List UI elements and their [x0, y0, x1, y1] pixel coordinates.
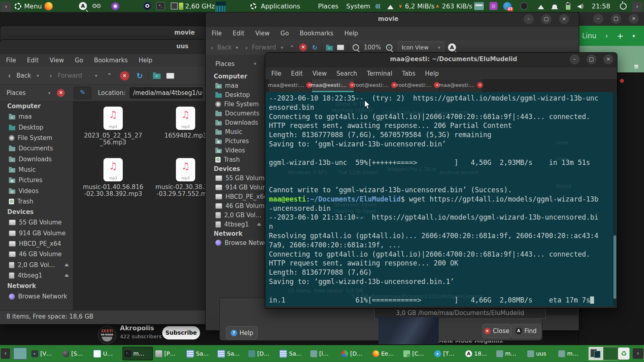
close-button[interactable]: × Close	[483, 324, 511, 338]
stop-button[interactable]: ×	[299, 43, 307, 51]
menu-item-edit[interactable]: Edit	[27, 57, 39, 64]
applications-logo-icon[interactable]	[250, 3, 256, 9]
taskbar-window-button-active[interactable]: >_m…	[122, 347, 153, 360]
tray-app-icon[interactable]	[520, 2, 528, 10]
sidebar-item-hbcd-pe-x64[interactable]: HBCD_PE_x64	[0, 239, 73, 249]
view-mode-select[interactable]: Icon View ▾	[398, 41, 444, 53]
find-button[interactable]: A Find	[511, 324, 541, 338]
sidebar-item-914-gb-volume[interactable]: 914 GB Volume	[206, 183, 265, 192]
sidebar-item-55-gb-volume[interactable]: 55 GB Volume	[206, 173, 265, 183]
zoom-out-icon[interactable]: –	[353, 44, 359, 51]
sidebar-item-documents[interactable]: Documents	[206, 109, 265, 118]
terminal-scrollbar[interactable]	[613, 92, 617, 306]
terminal-screen[interactable]: --2023-06-10 18:22:35-- (try: 2) https:/…	[266, 92, 613, 306]
taskbar-window-button[interactable]: uus	[525, 347, 556, 360]
browser-close-button[interactable]: ×	[629, 14, 639, 24]
sidebar-item-pictures[interactable]: ▣Pictures	[0, 175, 73, 185]
sidebar-item-downloads[interactable]: ↓Downloads	[0, 154, 73, 164]
taskbar-collapse-icon[interactable]: ‹	[1, 348, 10, 359]
reload-button[interactable]: ↻	[312, 44, 317, 51]
sidebar-item-2-0-gb-vol-[interactable]: 2,0 GB Vol…⏏	[206, 210, 265, 220]
channel-avatar[interactable]: EESTI 90-NDAD	[98, 326, 116, 344]
cpu-frequency[interactable]: 2,60 GHz	[185, 0, 215, 12]
sidebar-item-file-system[interactable]: File System	[0, 133, 73, 143]
back-button[interactable]: Back	[17, 72, 31, 79]
menu-item-tabs[interactable]: Tabs	[402, 70, 415, 77]
menu-item-bookmarks[interactable]: Bookmarks	[300, 30, 334, 37]
forward-button[interactable]: Forward	[252, 44, 276, 51]
tab-close-icon[interactable]: ×	[477, 82, 483, 88]
maximize-button[interactable]: ▢	[541, 14, 551, 24]
minimize-button[interactable]: –	[524, 14, 534, 24]
terminal-titlebar[interactable]: maa@eesti: ~/Documents/EluMudelid – ▢ ×	[265, 53, 617, 67]
firefox-launcher-icon[interactable]	[44, 2, 53, 10]
sidebar-item-4tbseg1[interactable]: 4tbseg1⏏	[0, 270, 73, 281]
places-dropdown-icon[interactable]: ▾	[254, 61, 256, 66]
network-upload-speed[interactable]: 263 KiB/s	[442, 0, 472, 12]
terminal-tab-5[interactable]: maa@eesti:...×	[440, 79, 482, 92]
scrollbar-thumb[interactable]	[613, 235, 616, 299]
uus-titlebar[interactable]: uus	[0, 40, 206, 54]
browser-minimize-button[interactable]: –	[593, 14, 603, 24]
forward-arrow-icon[interactable]: ›	[50, 72, 52, 80]
sidebar-item-videos[interactable]: ▤Videos	[206, 146, 265, 155]
help-button[interactable]: ? Help	[226, 326, 258, 339]
places-menu[interactable]: Places	[318, 0, 339, 12]
back-arrow-icon[interactable]: ‹	[8, 72, 11, 80]
eject-icon[interactable]: ⏏	[65, 273, 69, 278]
sidebar-item-maa[interactable]: ⌂maa	[206, 81, 265, 90]
sidebar-item-46-gb-volume[interactable]: 46 GB Volume	[0, 249, 73, 259]
movie-titlebar[interactable]: movie – ▢ ×	[206, 12, 579, 27]
terminal-tab-4[interactable]: root@eesti:...×	[397, 79, 439, 92]
taskbar-window-button[interactable]: ▸[T…	[432, 347, 463, 360]
places-selector[interactable]: Places	[6, 89, 26, 97]
panel-collapse-left-icon[interactable]: ‹	[1, 2, 11, 12]
taskbar-window-button[interactable]: [P…	[153, 347, 184, 360]
menu-item-view[interactable]: View	[255, 30, 270, 37]
file-item[interactable]: ♫mp3music-01.40.56.816-02.30.38.392.mp3	[81, 158, 145, 197]
forward-arrow-icon[interactable]: ›	[245, 44, 248, 51]
panel-expand-right-icon[interactable]: ›	[632, 2, 642, 12]
video-thumbnail[interactable]	[378, 317, 439, 344]
sidebar-item-2-0-gb-vol-[interactable]: 2,0 GB Vol…⏏	[0, 259, 73, 270]
menu-item-edit[interactable]: Edit	[233, 30, 244, 37]
maximize-button[interactable]: ▢	[586, 54, 597, 64]
close-button[interactable]: ×	[559, 14, 569, 24]
edit-location-button[interactable]: ✎	[74, 86, 91, 99]
update-manager-icon[interactable]: 45	[503, 2, 512, 10]
location-input[interactable]: /media/maa/4tbseg1/uus	[130, 87, 203, 99]
taskbar-window-button[interactable]: [l…	[308, 347, 339, 360]
subscribe-button[interactable]: Subscribe	[162, 326, 200, 339]
menu-item-help[interactable]: Help	[425, 70, 439, 77]
sidebar-item-desktop[interactable]: Desktop	[0, 122, 73, 133]
sidebar-item-55-gb-volume[interactable]: 55 GB Volume	[0, 217, 73, 228]
sidebar-item-music[interactable]: ♪Music	[206, 127, 265, 136]
taskbar-window-button[interactable]: Sa…	[277, 347, 308, 360]
sidebar-item-desktop[interactable]: Desktop	[206, 90, 265, 99]
terminal-tab-2-active[interactable]: maa@eesti:...×	[312, 79, 354, 92]
menu-item-bookmarks[interactable]: Bookmarks	[94, 57, 128, 64]
sidebar-item-hbcd-pe-x64[interactable]: HBCD_PE_x64	[206, 192, 265, 201]
menu-item-terminal[interactable]: Terminal	[367, 70, 392, 77]
trash-applet-icon[interactable]: ♻	[618, 348, 630, 360]
taskbar-window-button[interactable]: A18…	[463, 347, 494, 360]
up-button[interactable]: ⌃	[290, 44, 295, 51]
sidebar-item-trash[interactable]: ♻Trash	[206, 155, 265, 164]
workspace-switcher[interactable]	[588, 347, 618, 360]
up-button[interactable]: ⌃	[107, 72, 112, 79]
window-movie-back-titlebar[interactable]: movie	[0, 26, 207, 41]
taskbar-window-button[interactable]: Sa…	[215, 347, 246, 360]
terminal-tab-1[interactable]: maa@eesti:...×	[269, 79, 311, 92]
sidebar-item-4tbseg1[interactable]: 4tbseg1⏏	[206, 220, 265, 229]
battery-status-icon[interactable]	[566, 3, 570, 10]
sidebar-item-music[interactable]: ♪Music	[0, 165, 73, 175]
browser-maximize-button[interactable]: ▢	[611, 14, 621, 24]
sidebar-item-914-gb-volume[interactable]: 914 GB Volume	[0, 228, 73, 239]
taskbar-window-button[interactable]: [C…	[401, 347, 432, 360]
settings-gears-icon[interactable]: ⚙⚙	[92, 0, 100, 12]
zoom-in-icon[interactable]: +	[386, 44, 392, 51]
sidebar-item-46-gb-volume[interactable]: 46 GB Volume	[206, 201, 265, 210]
menu-item-file[interactable]: File	[271, 70, 281, 77]
power-icon[interactable]	[620, 3, 627, 10]
taskbar-window-button[interactable]: Sa…	[184, 347, 215, 360]
